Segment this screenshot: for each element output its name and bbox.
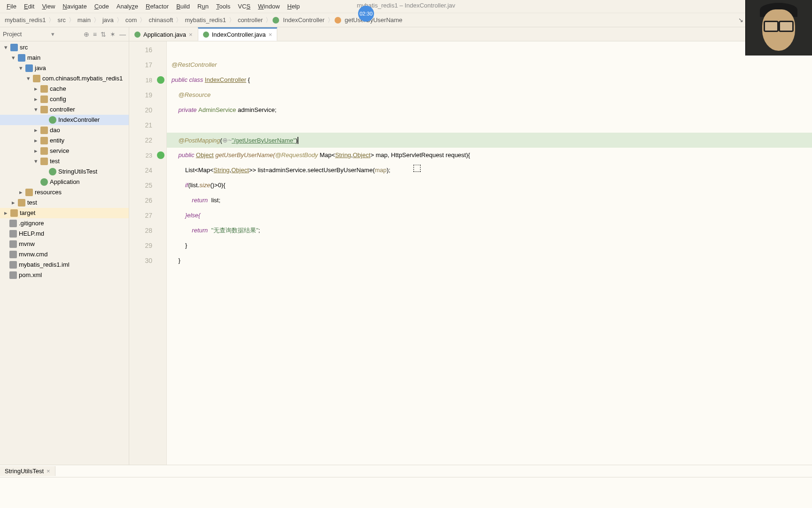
package-icon [40, 127, 48, 134]
breadcrumb[interactable]: mybatis_redis1〉 src〉 main〉 java〉 com〉 ch… [3, 16, 404, 24]
package-icon [40, 147, 48, 155]
file-icon [9, 251, 17, 258]
crumb-item[interactable]: main [76, 16, 93, 24]
crumb-item[interactable]: mybatis_redis1 [183, 16, 227, 24]
tree-label[interactable]: test [27, 198, 37, 207]
tree-label[interactable]: pom.xml [19, 271, 42, 279]
menu-vcs[interactable]: VCS [234, 2, 254, 11]
tree-label[interactable]: cache [50, 85, 66, 93]
tree-label[interactable]: controller [50, 105, 75, 114]
file-icon [9, 230, 17, 238]
menu-refactor[interactable]: Refactor [142, 2, 172, 11]
folder-icon [25, 189, 33, 196]
package-icon [40, 85, 48, 93]
collapse-icon[interactable]: ⇅ [101, 31, 106, 38]
gear-icon[interactable]: ✶ [110, 31, 116, 38]
tree-label[interactable]: service [50, 147, 69, 155]
folder-icon [10, 44, 18, 51]
tree-label[interactable]: com.chinasoft.mybatis_redis1 [42, 74, 123, 83]
class-icon [134, 32, 141, 38]
tab-indexcontroller[interactable]: IndexController.java× [198, 27, 278, 41]
tree-label: IndexController [58, 116, 100, 124]
crumb-item[interactable]: getUserByUserName [343, 16, 405, 24]
tab-application[interactable]: Application.java× [129, 28, 198, 41]
run-gutter-icon[interactable] [157, 151, 164, 159]
tree-item-indexcontroller[interactable]: IndexController [0, 115, 129, 125]
menu-help[interactable]: Help [283, 2, 304, 11]
close-icon[interactable]: × [189, 31, 193, 38]
locate-icon[interactable]: ⊕ [84, 31, 89, 38]
folder-icon [10, 209, 18, 217]
package-icon [40, 137, 48, 144]
file-icon [9, 220, 17, 227]
line-gutter: 16 17 18 19 20 21 22 23 24 25 26 27 28 2… [129, 41, 167, 465]
editor-tabs: Application.java× IndexController.java× [129, 27, 812, 41]
package-icon [33, 75, 40, 82]
code-editor[interactable]: 16 17 18 19 20 21 22 23 24 25 26 27 28 2… [129, 41, 812, 465]
folder-icon [18, 199, 25, 206]
tree-label[interactable]: mybatis_redis1.iml [19, 261, 70, 269]
tree-label[interactable]: Application [50, 178, 80, 186]
project-sidebar: Project ▾ ⊕ ≡ ⇅ ✶ — ▾src ▾main ▾java ▾co… [0, 27, 129, 465]
menu-code[interactable]: Code [91, 2, 113, 11]
hide-icon[interactable]: — [119, 31, 126, 38]
folder-icon [25, 64, 33, 72]
menu-build[interactable]: Build [172, 2, 194, 11]
class-icon [40, 178, 48, 186]
tree-label[interactable]: mvnw.cmd [19, 250, 47, 259]
crumb-item[interactable]: com [124, 16, 139, 24]
run-gutter-icon[interactable] [157, 76, 164, 84]
menu-file[interactable]: File [3, 2, 20, 11]
tree-label[interactable]: java [35, 64, 46, 72]
run-tab[interactable]: StringUtilsTest× [0, 466, 55, 476]
tree-label[interactable]: src [20, 43, 28, 52]
tree-label[interactable]: StringUtilsTest [58, 167, 97, 176]
class-icon [49, 116, 56, 124]
tree-label[interactable]: config [50, 95, 66, 103]
folder-icon [18, 54, 25, 62]
timer-badge: 02:30 [358, 6, 374, 22]
tree-label[interactable]: dao [50, 126, 60, 135]
tree-label[interactable]: target [20, 209, 35, 217]
tree-label[interactable]: resources [35, 188, 62, 197]
tree-label[interactable]: HELP.md [19, 230, 44, 238]
tree-label[interactable]: entity [50, 136, 64, 145]
menu-run[interactable]: Run [194, 2, 212, 11]
expand-icon[interactable]: ≡ [93, 31, 97, 38]
tree-label[interactable]: main [27, 54, 40, 62]
sidebar-header-label[interactable]: Project [3, 31, 22, 38]
close-icon[interactable]: × [47, 468, 50, 475]
tree-label[interactable]: .gitignore [19, 219, 44, 228]
crumb-item[interactable]: src [55, 16, 67, 24]
search-icon[interactable]: ↘ [738, 16, 746, 24]
tree-label[interactable]: test [50, 157, 60, 166]
package-icon [40, 106, 48, 113]
breadcrumb-row: mybatis_redis1〉 src〉 main〉 java〉 com〉 ch… [0, 13, 812, 27]
package-icon [40, 95, 48, 103]
close-icon[interactable]: × [269, 31, 273, 38]
menu-navigate[interactable]: Navigate [59, 2, 90, 11]
code-content[interactable]: @RestController public class IndexContro… [167, 41, 812, 465]
webcam-overlay [745, 0, 812, 56]
menu-view[interactable]: View [38, 2, 59, 11]
tab-label: IndexController.java [212, 31, 266, 38]
tab-label: Application.java [143, 31, 186, 38]
file-icon [9, 240, 17, 248]
file-icon [9, 271, 17, 279]
crumb-item[interactable]: java [101, 16, 116, 24]
package-icon [40, 158, 48, 165]
menu-analyze[interactable]: Analyze [113, 2, 142, 11]
file-icon [9, 261, 17, 269]
project-tree[interactable]: ▾src ▾main ▾java ▾com.chinasoft.mybatis_… [0, 41, 129, 465]
crumb-item[interactable]: IndexController [281, 16, 326, 24]
crumb-item[interactable]: chinasoft [147, 16, 175, 24]
run-panel: StringUtilsTest× [0, 465, 812, 508]
menu-edit[interactable]: Edit [20, 2, 38, 11]
tree-label[interactable]: mvnw [19, 240, 35, 248]
method-icon [335, 17, 341, 24]
class-icon [203, 32, 209, 38]
crumb-item[interactable]: controller [236, 16, 265, 24]
menu-window[interactable]: Window [254, 2, 283, 11]
menu-tools[interactable]: Tools [212, 2, 234, 11]
crumb-item[interactable]: mybatis_redis1 [3, 16, 47, 24]
